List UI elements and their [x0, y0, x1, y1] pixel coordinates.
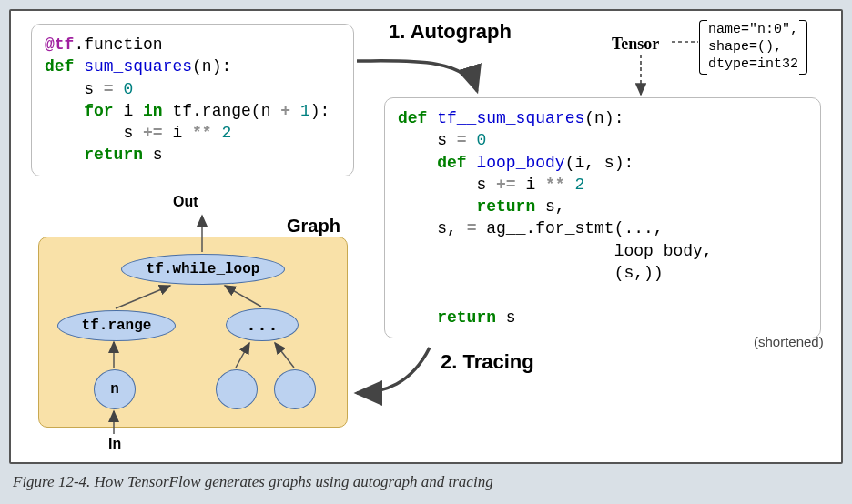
step-1-label: 1. Autograph — [389, 20, 512, 44]
node-blank-1 — [216, 369, 258, 409]
graph-label: Graph — [287, 216, 340, 237]
figure-caption: Figure 12-4. How TensorFlow generates gr… — [9, 473, 843, 491]
node-n: n — [94, 369, 136, 409]
source-code-box: @tf.function def sum_squares(n): s = 0 f… — [31, 24, 354, 176]
tensor-annotation: name="n:0", shape=(), dtype=int32 — [701, 20, 806, 75]
node-range: tf.range — [57, 310, 176, 341]
out-label: Out — [173, 194, 198, 210]
node-while-loop: tf.while_loop — [121, 254, 285, 285]
shortened-label: (shortened) — [754, 334, 824, 349]
autograph-code-box: def tf__sum_squares(n): s = 0 def loop_b… — [384, 97, 821, 338]
in-label: In — [108, 436, 121, 452]
step-2-label: 2. Tracing — [441, 350, 534, 374]
figure-frame: @tf.function def sum_squares(n): s = 0 f… — [9, 9, 843, 464]
node-dots: ... — [226, 308, 299, 341]
node-blank-2 — [274, 369, 316, 409]
graph-panel: tf.while_loop tf.range ... n — [38, 237, 348, 428]
tensor-label: Tensor — [612, 35, 659, 54]
